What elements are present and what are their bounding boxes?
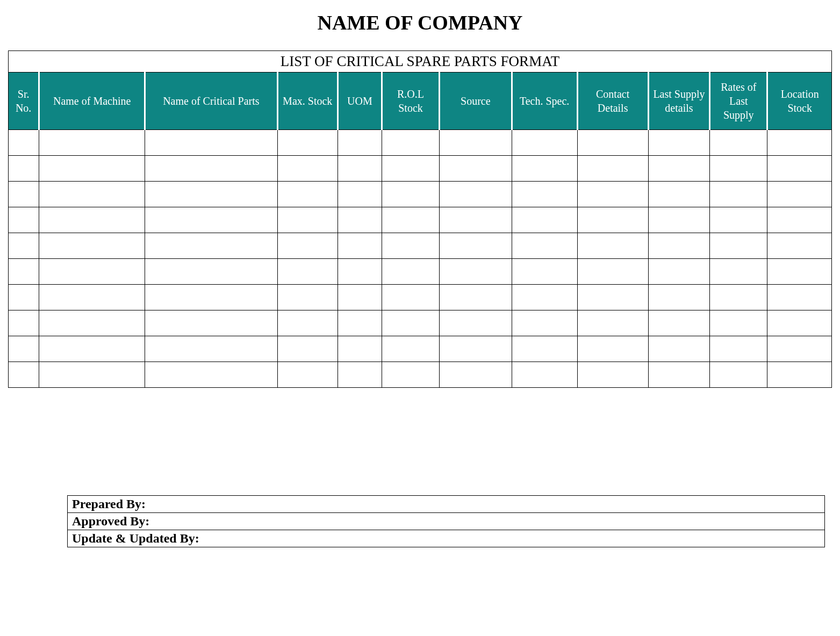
- table-cell: [39, 310, 145, 336]
- table-row: [9, 336, 832, 362]
- table-cell: [577, 207, 648, 233]
- table-cell: [767, 130, 832, 156]
- table-cell: [277, 233, 338, 259]
- table-cell: [277, 336, 338, 362]
- table-cell: [338, 156, 382, 182]
- table-cell: [512, 207, 577, 233]
- table-cell: [648, 259, 710, 285]
- table-cell: [145, 182, 278, 207]
- table-cell: [648, 310, 710, 336]
- table-cell: [512, 285, 577, 310]
- table-cell: [9, 182, 39, 207]
- col-header-parts: Name of Critical Parts: [145, 73, 278, 130]
- table-cell: [39, 362, 145, 388]
- table-cell: [512, 259, 577, 285]
- table-cell: [277, 182, 338, 207]
- table-cell: [577, 362, 648, 388]
- table-cell: [39, 130, 145, 156]
- table-title: LIST OF CRITICAL SPARE PARTS FORMAT: [9, 51, 832, 73]
- table-cell: [277, 259, 338, 285]
- table-cell: [648, 233, 710, 259]
- table-cell: [338, 259, 382, 285]
- table-cell: [338, 362, 382, 388]
- table-cell: [39, 156, 145, 182]
- footer-block: Prepared By: Approved By: Update & Updat…: [67, 495, 825, 547]
- table-cell: [710, 362, 767, 388]
- table-cell: [382, 259, 439, 285]
- table-cell: [9, 207, 39, 233]
- table-cell: [767, 207, 832, 233]
- table-cell: [39, 336, 145, 362]
- table-cell: [277, 207, 338, 233]
- table-cell: [382, 182, 439, 207]
- spare-parts-table: LIST OF CRITICAL SPARE PARTS FORMAT Sr. …: [8, 50, 832, 388]
- table-cell: [145, 156, 278, 182]
- table-cell: [767, 259, 832, 285]
- table-row: [9, 182, 832, 207]
- table-cell: [9, 336, 39, 362]
- table-cell: [767, 362, 832, 388]
- footer-table: Prepared By: Approved By: Update & Updat…: [67, 495, 825, 547]
- table-cell: [145, 207, 278, 233]
- table-cell: [440, 259, 512, 285]
- table-cell: [577, 285, 648, 310]
- table-cell: [767, 285, 832, 310]
- col-header-rol-stock: R.O.L Stock: [382, 73, 439, 130]
- table-cell: [767, 336, 832, 362]
- prepared-by-row: Prepared By:: [68, 496, 825, 513]
- table-cell: [440, 336, 512, 362]
- col-header-tech-spec: Tech. Spec.: [512, 73, 577, 130]
- table-cell: [512, 156, 577, 182]
- table-cell: [710, 156, 767, 182]
- table-cell: [710, 182, 767, 207]
- table-cell: [338, 233, 382, 259]
- company-name: NAME OF COMPANY: [8, 11, 832, 34]
- table-row: [9, 207, 832, 233]
- table-header-row: Sr. No. Name of Machine Name of Critical…: [9, 73, 832, 130]
- table-cell: [512, 182, 577, 207]
- table-cell: [9, 285, 39, 310]
- table-cell: [145, 362, 278, 388]
- table-cell: [512, 362, 577, 388]
- table-cell: [767, 156, 832, 182]
- table-cell: [9, 130, 39, 156]
- table-cell: [577, 156, 648, 182]
- table-row: [9, 259, 832, 285]
- table-cell: [577, 130, 648, 156]
- col-header-machine: Name of Machine: [39, 73, 145, 130]
- table-cell: [382, 285, 439, 310]
- col-header-rates: Rates of Last Supply: [710, 73, 767, 130]
- table-cell: [277, 310, 338, 336]
- table-cell: [710, 285, 767, 310]
- table-cell: [710, 259, 767, 285]
- table-cell: [710, 310, 767, 336]
- table-cell: [145, 285, 278, 310]
- table-cell: [648, 285, 710, 310]
- table-cell: [648, 130, 710, 156]
- table-row: [9, 156, 832, 182]
- table-cell: [710, 130, 767, 156]
- table-cell: [277, 156, 338, 182]
- table-cell: [767, 310, 832, 336]
- table-cell: [39, 259, 145, 285]
- col-header-contact: Contact Details: [577, 73, 648, 130]
- table-cell: [39, 182, 145, 207]
- table-cell: [440, 310, 512, 336]
- approved-by-row: Approved By:: [68, 513, 825, 530]
- table-cell: [648, 207, 710, 233]
- table-cell: [577, 233, 648, 259]
- table-row: [9, 362, 832, 388]
- table-cell: [382, 233, 439, 259]
- table-cell: [440, 285, 512, 310]
- table-cell: [338, 310, 382, 336]
- table-cell: [145, 130, 278, 156]
- table-cell: [440, 362, 512, 388]
- table-cell: [338, 207, 382, 233]
- table-cell: [145, 336, 278, 362]
- table-row: [9, 285, 832, 310]
- table-cell: [440, 233, 512, 259]
- table-cell: [9, 156, 39, 182]
- table-cell: [440, 156, 512, 182]
- table-cell: [648, 362, 710, 388]
- table-cell: [382, 336, 439, 362]
